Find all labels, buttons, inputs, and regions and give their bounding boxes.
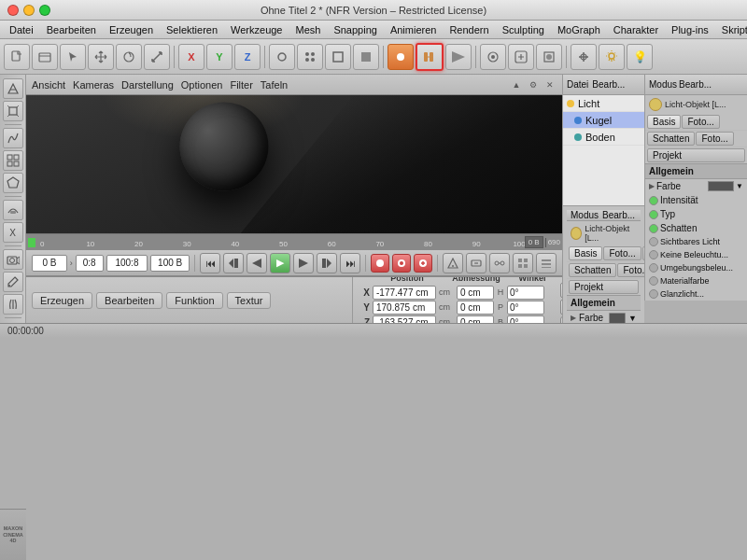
toolbar-scale[interactable]: [144, 44, 170, 70]
frp-tab-foto2[interactable]: Foto...: [696, 132, 733, 146]
menu-erzeugen[interactable]: Erzeugen: [104, 23, 159, 36]
toolbar-move[interactable]: [88, 44, 114, 70]
coord-b-rot[interactable]: 0°: [507, 315, 544, 324]
left-xpresso[interactable]: X: [3, 222, 23, 243]
maximize-button[interactable]: [39, 5, 50, 16]
vp-menu-optionen[interactable]: Optionen: [181, 79, 223, 91]
props-farbe-swatch[interactable]: [609, 313, 626, 324]
bottom-tab-funktion[interactable]: Funktion: [166, 292, 222, 309]
object-boden[interactable]: Boden: [563, 129, 644, 146]
toolbar-faces[interactable]: [353, 44, 379, 70]
menu-sculpting[interactable]: Sculpting: [497, 23, 550, 36]
transport-key-sel[interactable]: [466, 253, 486, 273]
vp-menu-ansicht[interactable]: Ansicht: [32, 79, 65, 91]
menu-mograph[interactable]: MoGraph: [552, 23, 606, 36]
transport-max[interactable]: 100 B: [150, 255, 190, 272]
toolbar-points[interactable]: [297, 44, 323, 70]
transport-goto-end[interactable]: ⏭: [340, 253, 360, 273]
coord-h-rot[interactable]: 0°: [507, 286, 544, 300]
toolbar-extra[interactable]: 💡: [627, 44, 653, 70]
transport-current-frame[interactable]: 0 B: [32, 255, 67, 272]
toolbar-new[interactable]: [4, 44, 30, 70]
frp-tab-basis[interactable]: Basis: [647, 115, 681, 129]
toolbar-edges[interactable]: [325, 44, 351, 70]
menu-snapping[interactable]: Snapping: [328, 23, 383, 36]
props-tab-projekt2[interactable]: Projekt: [569, 280, 639, 294]
toolbar-animate-2[interactable]: [445, 44, 472, 70]
frp-tab-schatten2[interactable]: Schatten: [647, 132, 695, 146]
vp-menu-tafeln[interactable]: Tafeln: [261, 79, 288, 91]
transport-record-scale[interactable]: [414, 254, 432, 273]
left-perspective[interactable]: [3, 78, 23, 99]
menu-werkzeuge[interactable]: Werkzeuge: [225, 23, 288, 36]
toolbar-z-axis[interactable]: Z: [234, 44, 261, 70]
menu-selektieren[interactable]: Selektieren: [161, 23, 223, 36]
vp-menu-filter[interactable]: Filter: [230, 79, 252, 91]
props-tab-basis[interactable]: Basis: [569, 246, 602, 260]
toolbar-render3[interactable]: [536, 44, 562, 70]
toolbar-obj-mode[interactable]: [269, 44, 295, 70]
transport-auto-key[interactable]: [443, 253, 463, 273]
vp-menu-darstellung[interactable]: Darstellung: [121, 79, 174, 91]
left-spline[interactable]: [3, 128, 23, 148]
menu-animieren[interactable]: Animieren: [385, 23, 443, 36]
toolbar-record-keyframe[interactable]: [388, 44, 414, 70]
coord-y-size[interactable]: 0 cm: [457, 301, 494, 315]
transport-play[interactable]: ▶: [270, 253, 290, 273]
props-tab-schatten[interactable]: Schatten: [569, 263, 616, 277]
minimize-button[interactable]: [23, 5, 35, 16]
transport-prev-frame[interactable]: [247, 253, 267, 273]
rp-header-bearb[interactable]: Bearb...: [592, 79, 625, 90]
transport-motion-path[interactable]: [489, 253, 510, 273]
props-tab-foto[interactable]: Foto...: [603, 246, 641, 260]
toolbar-open[interactable]: [32, 44, 58, 70]
toolbar-light[interactable]: [599, 44, 625, 70]
props-farbe-arrow[interactable]: ▼: [628, 314, 637, 323]
left-paint[interactable]: [3, 272, 23, 292]
coord-p-rot[interactable]: 0°: [507, 301, 544, 315]
toolbar-rotate[interactable]: [116, 44, 142, 70]
coord-y-pos[interactable]: 170.875 cm: [373, 301, 436, 315]
menu-datei[interactable]: Datei: [4, 23, 39, 36]
transport-start[interactable]: 0:8: [76, 255, 104, 272]
toolbar-cursor[interactable]: [60, 44, 86, 70]
frp-header-modus[interactable]: Modus: [649, 79, 677, 90]
transport-goto-start[interactable]: ⏮: [200, 253, 220, 273]
frp-tab-projekt[interactable]: Projekt: [647, 148, 745, 162]
left-hair[interactable]: [3, 294, 23, 315]
frp-header-bearb[interactable]: Bearb...: [679, 79, 712, 90]
object-licht[interactable]: Licht: [563, 95, 644, 112]
left-camera[interactable]: [3, 249, 23, 270]
transport-record-rot[interactable]: [392, 254, 411, 273]
transport-next-key[interactable]: [317, 253, 337, 273]
props-modus[interactable]: Modus: [571, 210, 599, 220]
rp-header-datei[interactable]: Datei: [567, 79, 588, 90]
transport-next-frame[interactable]: [293, 253, 314, 273]
frp-farbe-arrow[interactable]: ▼: [736, 182, 743, 190]
bottom-tab-bearbeiten[interactable]: Bearbeiten: [96, 292, 162, 309]
coord-z-pos[interactable]: -163.527 cm: [373, 315, 436, 324]
close-button[interactable]: [7, 5, 19, 16]
menu-bearbeiten[interactable]: Bearbeiten: [41, 23, 102, 36]
toolbar-render2[interactable]: [508, 44, 534, 70]
left-cube[interactable]: [3, 101, 23, 121]
transport-prev-key[interactable]: [223, 253, 244, 273]
props-bearb[interactable]: Bearb...: [602, 210, 635, 220]
frp-tab-foto[interactable]: Foto...: [682, 115, 719, 129]
frp-farbe-swatch[interactable]: [708, 181, 734, 191]
toolbar-y-axis[interactable]: Y: [206, 44, 233, 70]
coord-x-pos[interactable]: -177.477 cm: [373, 286, 436, 300]
vp-icon-expand[interactable]: ▲: [510, 78, 523, 91]
transport-record-pos[interactable]: [371, 254, 389, 273]
left-grid[interactable]: [3, 150, 23, 171]
menu-plugins[interactable]: Plug-ins: [666, 23, 714, 36]
menu-charakter[interactable]: Charakter: [608, 23, 664, 36]
menu-mesh[interactable]: Mesh: [289, 23, 326, 36]
vp-icon-settings[interactable]: ⚙: [527, 78, 540, 91]
menu-rendern[interactable]: Rendern: [444, 23, 494, 36]
toolbar-x-axis[interactable]: X: [178, 44, 204, 70]
bottom-tab-erzeugen[interactable]: Erzeugen: [32, 292, 92, 309]
toolbar-render[interactable]: [480, 44, 506, 70]
object-kugel[interactable]: Kugel: [563, 112, 644, 129]
transport-timeline-toggle[interactable]: [536, 253, 557, 273]
